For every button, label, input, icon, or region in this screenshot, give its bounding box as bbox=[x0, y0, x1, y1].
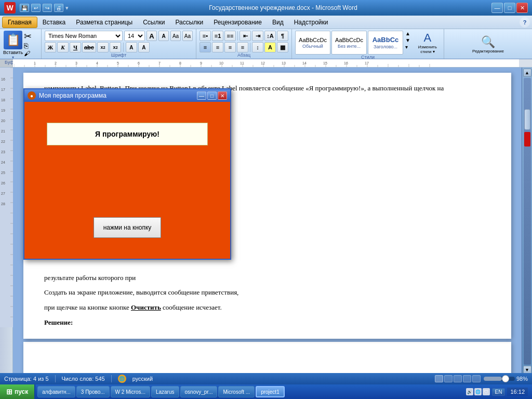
copy-btn[interactable]: ⎘ bbox=[24, 42, 32, 49]
subscript-btn[interactable]: x2 bbox=[97, 42, 109, 52]
cut-btn[interactable]: ✂ bbox=[24, 32, 32, 41]
svg-text:26: 26 bbox=[1, 181, 5, 185]
taskbar-item-6[interactable]: project1 bbox=[256, 386, 285, 397]
menu-view[interactable]: Вид bbox=[267, 17, 289, 28]
font-color-btn[interactable]: A bbox=[138, 42, 150, 52]
menu-mailings[interactable]: Рассылки bbox=[170, 17, 208, 28]
bold-btn[interactable]: Ж bbox=[45, 42, 56, 52]
view-print-btn[interactable] bbox=[435, 375, 443, 382]
scroll-up-btn[interactable]: ▲ bbox=[523, 69, 531, 77]
font-shrink-btn[interactable]: A bbox=[158, 31, 169, 41]
superscript-btn[interactable]: x2 bbox=[110, 42, 121, 52]
view-fullscreen-btn[interactable] bbox=[444, 375, 453, 382]
show-formatting-btn[interactable]: ¶ bbox=[277, 31, 288, 41]
program-button[interactable]: нажми на кнопку bbox=[94, 217, 161, 238]
shading-btn[interactable]: A bbox=[264, 42, 276, 52]
align-center-btn[interactable]: ≡ bbox=[212, 42, 223, 52]
taskbar-item-0[interactable]: алфавитн... bbox=[37, 386, 75, 397]
ribbon-clipboard: 📋 Вставить ▾ ✂ ⎘ 🖌 Буфер обмена bbox=[0, 29, 42, 59]
tray-icon-1: 🔊 bbox=[466, 388, 473, 395]
borders-btn[interactable]: ▦ bbox=[277, 42, 288, 52]
float-icon: ● bbox=[28, 91, 36, 100]
paste-button[interactable]: 📋 Вставить ▾ bbox=[3, 31, 23, 60]
format-painter-btn[interactable]: 🖌 bbox=[24, 50, 32, 57]
font-size-select[interactable]: 14 bbox=[124, 31, 145, 41]
svg-text:10: 10 bbox=[219, 61, 223, 65]
paragraph-label: Абзац bbox=[200, 52, 288, 59]
taskbar-item-5[interactable]: Microsoft ... bbox=[218, 386, 255, 397]
numbering-btn[interactable]: ≡1 bbox=[212, 31, 223, 41]
menu-home[interactable]: Главная bbox=[2, 17, 37, 28]
quick-redo-btn[interactable]: ↪ bbox=[43, 4, 52, 12]
menu-bar: Главная Вставка Разметка страницы Ссылки… bbox=[0, 16, 532, 29]
change-styles-btn[interactable]: A Изменить стили ▾ bbox=[415, 31, 441, 54]
float-close-btn[interactable]: ✕ bbox=[218, 91, 227, 100]
editing-btn[interactable]: 🔍 Редактирование bbox=[472, 35, 504, 54]
quick-print-btn[interactable]: 🖨 bbox=[54, 4, 63, 12]
language-icon[interactable]: 🌐 bbox=[118, 375, 126, 383]
tray-icon-2: 🌐 bbox=[474, 388, 482, 395]
help-btn[interactable]: ? bbox=[520, 17, 530, 28]
style-heading-btn[interactable]: AaBbCc Заголово... bbox=[368, 31, 403, 55]
style-normal-btn[interactable]: AaBbCcDc Обычный bbox=[295, 31, 330, 55]
taskbar-item-1[interactable]: 3 Прово... bbox=[76, 386, 110, 397]
menu-insert[interactable]: Вставка bbox=[37, 17, 71, 28]
maximize-btn[interactable]: □ bbox=[504, 3, 515, 13]
document-area: компоненты Label, Button1. При щелчке на… bbox=[13, 68, 522, 384]
taskbar-items: алфавитн... 3 Прово... W 2 Micros... Laz… bbox=[35, 386, 461, 397]
underline-btn[interactable]: Ч bbox=[70, 42, 81, 52]
align-left-btn[interactable]: ≡ bbox=[200, 42, 211, 52]
doc-text-disappear: сообщение исчезает. bbox=[163, 303, 222, 311]
line-spacing-btn[interactable]: ↕ bbox=[252, 42, 263, 52]
increase-indent-btn[interactable]: ⇥ bbox=[252, 31, 263, 41]
styles-scroll-down[interactable]: ▼ bbox=[405, 37, 410, 43]
font-grow-btn[interactable]: A bbox=[147, 31, 157, 41]
sort-btn[interactable]: ↕A bbox=[264, 31, 276, 41]
taskbar-item-3[interactable]: Lazarus bbox=[151, 386, 179, 397]
taskbar-item-2[interactable]: W 2 Micros... bbox=[111, 386, 150, 397]
strikethrough-btn[interactable]: abc bbox=[82, 42, 96, 52]
highlight-btn[interactable]: A bbox=[126, 42, 137, 52]
style-no-interval-btn[interactable]: AaBbCcDc Без инте... bbox=[331, 31, 367, 55]
svg-text:7: 7 bbox=[158, 61, 161, 65]
view-draft-btn[interactable] bbox=[472, 375, 481, 382]
float-maximize-btn[interactable]: □ bbox=[207, 91, 217, 100]
view-web-btn[interactable] bbox=[454, 375, 462, 382]
clear-format-btn[interactable]: Aa bbox=[170, 31, 181, 41]
svg-text:8: 8 bbox=[179, 61, 181, 65]
styles-expand[interactable]: ▾ bbox=[405, 44, 410, 50]
font-name-select[interactable]: Times New Roman bbox=[45, 31, 123, 41]
menu-page-layout[interactable]: Разметка страницы bbox=[71, 17, 138, 28]
change-case-btn[interactable]: Аа bbox=[182, 31, 193, 41]
view-outline-btn[interactable] bbox=[463, 375, 471, 382]
italic-btn[interactable]: К bbox=[57, 42, 69, 52]
float-minimize-btn[interactable]: — bbox=[197, 91, 206, 100]
quick-undo-btn[interactable]: ↩ bbox=[31, 4, 41, 12]
zoom-control: 98% bbox=[484, 376, 528, 382]
menu-references[interactable]: Ссылки bbox=[138, 17, 170, 28]
zoom-slider[interactable] bbox=[484, 377, 515, 381]
ribbon-styles: AaBbCcDc Обычный AaBbCcDc Без инте... Aa… bbox=[292, 29, 444, 59]
doc-text-solution: Решение: bbox=[44, 318, 73, 326]
taskbar-item-4[interactable]: osnovy_pr... bbox=[180, 386, 218, 397]
close-btn[interactable]: ✕ bbox=[516, 3, 528, 13]
title-bar: W 💾 ↩ ↪ 🖨 ▾ Государственное учреждение.d… bbox=[0, 0, 532, 16]
svg-text:6: 6 bbox=[138, 61, 140, 65]
multilevel-btn[interactable]: ≡≡ bbox=[224, 31, 236, 41]
language-selector[interactable]: EN bbox=[492, 388, 506, 396]
justify-btn[interactable]: ≡ bbox=[237, 42, 248, 52]
align-right-btn[interactable]: ≡ bbox=[224, 42, 236, 52]
styles-scroll-up[interactable]: ▲ bbox=[405, 31, 410, 36]
menu-review[interactable]: Рецензирование bbox=[208, 17, 267, 28]
decrease-indent-btn[interactable]: ⇤ bbox=[240, 31, 251, 41]
menu-addins[interactable]: Надстройки bbox=[289, 17, 334, 28]
bullets-btn[interactable]: ≡• bbox=[200, 31, 211, 41]
quick-save-btn[interactable]: 💾 bbox=[20, 4, 29, 12]
status-words: Число слов: 545 bbox=[62, 376, 105, 382]
start-button[interactable]: ⊞ пуск bbox=[0, 384, 35, 399]
scroll-thumb[interactable] bbox=[524, 109, 530, 130]
minimize-btn[interactable]: — bbox=[491, 3, 503, 13]
program-label: Я программирую! bbox=[47, 123, 208, 145]
doc-text-clear: кнопке bbox=[109, 303, 131, 311]
float-body: Я программирую! нажми на кнопку bbox=[24, 102, 230, 259]
